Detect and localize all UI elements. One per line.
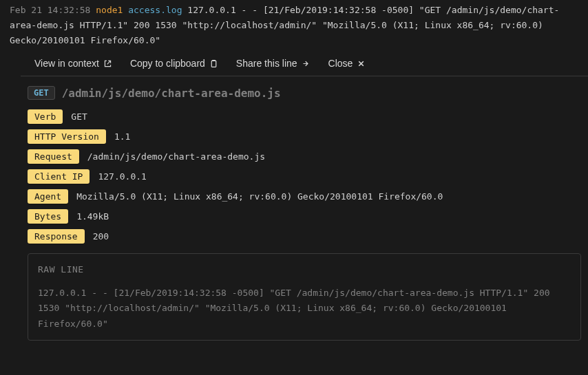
- field-row-client-ip: Client IP 127.0.0.1: [28, 169, 581, 184]
- field-value: 1.1: [114, 131, 130, 142]
- field-row-response: Response 200: [28, 229, 581, 244]
- parsed-details: GET /admin/js/demo/chart-area-demo.js Ve…: [21, 76, 588, 347]
- log-timestamp: Feb 21 14:32:58: [10, 5, 90, 15]
- field-row-verb: Verb GET: [28, 109, 581, 124]
- log-node: node1: [96, 5, 123, 15]
- method-badge: GET: [28, 86, 55, 100]
- field-row-agent: Agent Mozilla/5.0 (X11; Linux x86_64; rv…: [28, 189, 581, 204]
- field-label: Request: [28, 149, 79, 164]
- request-line: GET /admin/js/demo/chart-area-demo.js: [28, 86, 581, 100]
- clipboard-icon: [209, 59, 218, 68]
- action-label: Close: [328, 58, 353, 69]
- field-value: 200: [93, 231, 109, 242]
- detail-panel: View in context Copy to clipboard Share …: [21, 51, 588, 347]
- log-raw: 127.0.0.1 - - [21/Feb/2019:14:32:58 -050…: [10, 5, 559, 45]
- field-label: Bytes: [28, 209, 68, 224]
- field-value: GET: [71, 111, 87, 122]
- field-label: Verb: [28, 109, 63, 124]
- external-link-icon: [103, 59, 112, 68]
- field-row-request: Request /admin/js/demo/chart-area-demo.j…: [28, 149, 581, 164]
- share-icon: [302, 59, 311, 68]
- action-label: Share this line: [236, 58, 297, 69]
- raw-line-content: 127.0.0.1 - - [21/Feb/2019:14:32:58 -050…: [38, 288, 550, 328]
- close-button[interactable]: Close: [328, 58, 366, 69]
- raw-line-box: RAW LINE 127.0.0.1 - - [21/Feb/2019:14:3…: [28, 253, 581, 340]
- raw-line-title: RAW LINE: [38, 262, 571, 277]
- svg-rect-0: [211, 61, 216, 67]
- field-label: Client IP: [28, 169, 90, 184]
- share-this-line-button[interactable]: Share this line: [236, 58, 311, 69]
- action-label: View in context: [34, 58, 99, 69]
- log-line[interactable]: Feb 21 14:32:58 node1 access.log 127.0.0…: [0, 0, 588, 51]
- action-label: Copy to clipboard: [130, 58, 205, 69]
- field-row-bytes: Bytes 1.49kB: [28, 209, 581, 224]
- close-icon: [357, 59, 366, 68]
- field-row-http-version: HTTP Version 1.1: [28, 129, 581, 144]
- field-label: Response: [28, 229, 85, 244]
- field-value: /admin/js/demo/chart-area-demo.js: [87, 151, 265, 162]
- copy-to-clipboard-button[interactable]: Copy to clipboard: [130, 58, 218, 69]
- field-label: HTTP Version: [28, 129, 106, 144]
- field-value: Mozilla/5.0 (X11; Linux x86_64; rv:60.0)…: [76, 191, 443, 202]
- field-value: 1.49kB: [76, 211, 109, 222]
- field-label: Agent: [28, 189, 68, 204]
- actions-bar: View in context Copy to clipboard Share …: [21, 51, 588, 76]
- field-value: 127.0.0.1: [98, 171, 146, 182]
- view-in-context-button[interactable]: View in context: [34, 58, 112, 69]
- log-file: access.log: [128, 5, 182, 15]
- request-path: /admin/js/demo/chart-area-demo.js: [62, 87, 281, 100]
